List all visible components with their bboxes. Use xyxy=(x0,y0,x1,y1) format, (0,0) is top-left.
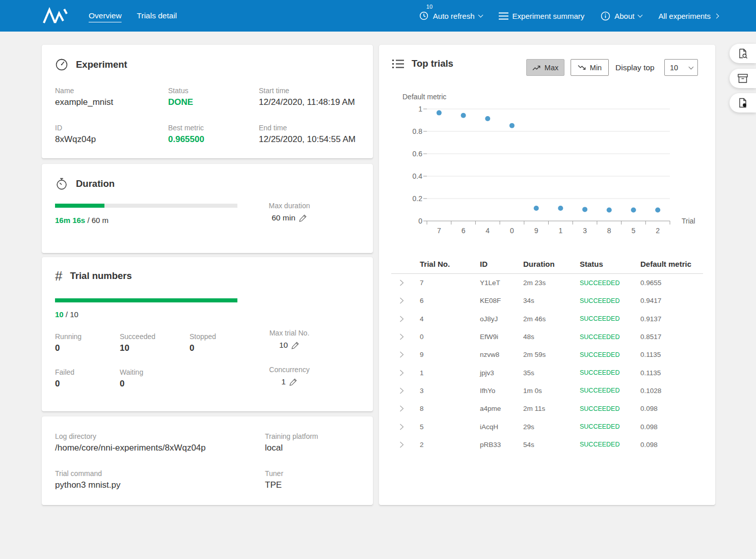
cell-id: EfW9i xyxy=(480,333,523,341)
cell-status: SUCCEEDED xyxy=(580,297,640,304)
svg-text:0.8: 0.8 xyxy=(413,127,423,135)
table-row: 2pRB3354sSUCCEEDED0.098 xyxy=(391,436,703,454)
duration-progress-fill xyxy=(55,204,104,208)
concurrency-block: Concurrency 1 xyxy=(244,366,335,386)
cell-id: pRB33 xyxy=(480,441,523,449)
max-button[interactable]: Max xyxy=(526,59,564,76)
experiment-card-title: Experiment xyxy=(55,58,127,71)
concurrency-value: 1 xyxy=(281,377,286,386)
header-id: ID xyxy=(480,260,523,268)
expand-row-icon[interactable] xyxy=(391,387,420,394)
svg-text:9: 9 xyxy=(534,227,538,235)
cell-duration: 48s xyxy=(523,333,580,341)
expand-row-icon[interactable] xyxy=(391,333,420,340)
experiment-summary-label: Experiment summary xyxy=(512,12,585,20)
svg-text:0: 0 xyxy=(510,227,514,235)
cell-metric: 0.9655 xyxy=(640,279,703,287)
list-icon xyxy=(499,12,508,20)
cell-duration: 34s xyxy=(523,297,580,304)
trial-numbers-card-title: # Trial numbers xyxy=(55,270,132,282)
min-button[interactable]: Min xyxy=(571,59,609,76)
all-experiments-label: All experiments xyxy=(658,12,711,20)
cell-duration: 1m 0s xyxy=(523,387,580,395)
edit-pencil-icon[interactable] xyxy=(299,214,307,222)
expand-row-icon[interactable] xyxy=(391,297,420,304)
trial-numbers-card: # Trial numbers 10 / 10 Running 0 Succee… xyxy=(42,257,373,411)
svg-text:0.6: 0.6 xyxy=(413,150,423,158)
file-search-icon xyxy=(737,48,748,59)
expand-row-icon[interactable] xyxy=(391,370,420,376)
edit-pencil-icon[interactable] xyxy=(291,341,300,349)
cell-metric: 0.8517 xyxy=(640,333,703,341)
svg-text:0.4: 0.4 xyxy=(413,172,423,180)
table-row: 7Y1LeT2m 23sSUCCEEDED0.9655 xyxy=(391,274,703,292)
hash-icon: # xyxy=(55,270,62,282)
chevron-down-icon xyxy=(638,12,643,17)
cell-duration: 2m 11s xyxy=(523,405,580,412)
svg-text:Trial: Trial xyxy=(682,217,695,225)
svg-text:2: 2 xyxy=(656,227,660,235)
cell-status: SUCCEEDED xyxy=(580,423,640,430)
cell-status: SUCCEEDED xyxy=(580,351,640,358)
edit-pencil-icon[interactable] xyxy=(289,378,298,386)
tab-trials-detail[interactable]: Trials detail xyxy=(137,11,177,20)
trials-progress-fill xyxy=(55,298,237,302)
cell-duration: 2m 23s xyxy=(523,279,580,287)
about-label: About xyxy=(614,12,634,20)
tab-overview[interactable]: Overview xyxy=(89,11,122,20)
feedback-pill-button[interactable] xyxy=(730,44,756,63)
experiment-summary-button[interactable]: Experiment summary xyxy=(499,12,585,20)
cell-id: IfhYo xyxy=(480,387,523,395)
cell-id: Y1LeT xyxy=(480,279,523,287)
nni-logo xyxy=(42,7,72,25)
header-duration: Duration xyxy=(523,260,580,268)
stat-running: Running 0 xyxy=(55,332,82,353)
trials-total: / 10 xyxy=(66,310,78,319)
cell-status: SUCCEEDED xyxy=(580,441,640,448)
auto-refresh-menu[interactable]: 10 Auto refresh xyxy=(419,11,482,21)
chevron-down-icon xyxy=(478,12,483,17)
cell-trial-no: 0 xyxy=(420,333,480,341)
cell-metric: 0.1135 xyxy=(640,351,703,358)
stat-waiting: Waiting 0 xyxy=(120,368,143,389)
navbar: Overview Trials detail 10 Auto refresh E… xyxy=(0,0,756,32)
all-experiments-link[interactable]: All experiments xyxy=(658,12,718,20)
cell-status: SUCCEEDED xyxy=(580,315,640,322)
trials-done-count: 10 xyxy=(55,310,64,319)
chevron-down-icon xyxy=(689,64,694,69)
auto-refresh-interval-badge: 10 xyxy=(426,4,433,10)
version-pill-button[interactable] xyxy=(730,93,756,113)
field-tuner: Tuner TPE xyxy=(265,469,283,490)
expand-row-icon[interactable] xyxy=(391,351,420,358)
table-row: 8a4pme2m 11sSUCCEEDED0.098 xyxy=(391,400,703,417)
max-duration-value: 60 min xyxy=(272,213,295,222)
cell-metric: 0.9417 xyxy=(640,297,703,304)
svg-text:0.2: 0.2 xyxy=(413,194,423,203)
default-metric-chart: Default metric00.20.40.60.817640913852Tr… xyxy=(379,91,715,243)
cell-trial-no: 7 xyxy=(420,279,480,287)
cell-metric: 0.9137 xyxy=(640,315,703,323)
cell-duration: 29s xyxy=(523,423,580,431)
trend-up-icon xyxy=(532,65,541,71)
cell-trial-no: 1 xyxy=(420,369,480,377)
duration-card-title: Duration xyxy=(55,177,115,190)
cell-duration: 2m 46s xyxy=(523,315,580,323)
expand-row-icon[interactable] xyxy=(391,424,420,430)
field-training-platform: Training platform local xyxy=(265,432,318,453)
archive-pill-button[interactable] xyxy=(730,69,756,88)
clock-icon xyxy=(419,11,429,21)
expand-row-icon[interactable] xyxy=(391,316,420,322)
cell-duration: 2m 59s xyxy=(523,351,580,358)
expand-row-icon[interactable] xyxy=(391,441,420,448)
cell-trial-no: 2 xyxy=(420,441,480,449)
cell-status: SUCCEEDED xyxy=(580,387,640,394)
header-trial-no: Trial No. xyxy=(420,260,480,268)
expand-row-icon[interactable] xyxy=(391,280,420,286)
display-top-dropdown[interactable]: 10 xyxy=(664,59,698,76)
duration-title-text: Duration xyxy=(76,178,115,189)
about-menu[interactable]: About xyxy=(601,11,642,21)
expand-row-icon[interactable] xyxy=(391,405,420,412)
chevron-right-icon xyxy=(714,13,719,18)
stat-stopped: Stopped 0 xyxy=(190,332,216,353)
field-best-metric: Best metric 0.965500 xyxy=(168,124,204,145)
